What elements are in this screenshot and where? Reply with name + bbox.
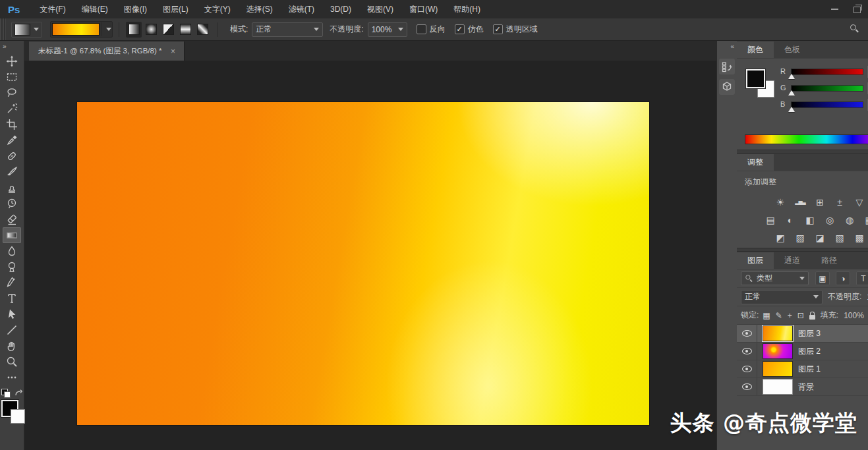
- layer-row-background[interactable]: 背景: [737, 378, 868, 396]
- eyedropper-tool[interactable]: [3, 132, 21, 148]
- exposure-icon[interactable]: ±: [834, 198, 845, 207]
- edit-toolbar-button[interactable]: [3, 370, 21, 385]
- menu-file[interactable]: 文件(F): [32, 0, 73, 18]
- gradient-sample[interactable]: [52, 23, 100, 36]
- filter-adjustment-layers-icon[interactable]: ◑: [836, 271, 850, 285]
- lock-image-pixels-icon[interactable]: ✎: [776, 311, 782, 320]
- channel-mixer-icon[interactable]: ◍: [844, 215, 855, 225]
- reverse-checkbox[interactable]: [417, 24, 426, 34]
- menu-select[interactable]: 选择(S): [239, 0, 281, 18]
- selective-color-icon[interactable]: ▩: [854, 233, 865, 242]
- canvas-gradient-image[interactable]: [77, 102, 649, 425]
- search-button[interactable]: [850, 24, 859, 35]
- move-tool[interactable]: [3, 53, 21, 69]
- brightness-contrast-icon[interactable]: ☀: [775, 198, 786, 207]
- hue-saturation-icon[interactable]: ▤: [765, 215, 776, 225]
- tab-layers[interactable]: 图层: [737, 252, 774, 269]
- color-spectrum-bar[interactable]: [745, 134, 868, 144]
- swap-colors-icon[interactable]: [14, 389, 23, 398]
- layer-row-2[interactable]: 图层 2: [737, 343, 868, 360]
- tool-preset-picker[interactable]: [11, 22, 42, 38]
- fill-value[interactable]: 100%: [844, 311, 864, 320]
- gradient-editor-button[interactable]: [50, 21, 113, 38]
- opacity-dropdown[interactable]: 100%: [368, 22, 407, 37]
- pen-tool[interactable]: [3, 275, 21, 291]
- default-colors-icon[interactable]: [1, 389, 11, 398]
- lock-artboard-icon[interactable]: ⊡: [797, 311, 804, 320]
- menu-layer[interactable]: 图层(L): [155, 0, 196, 18]
- gradient-picker-chevron[interactable]: [101, 22, 112, 36]
- layer-filter-dropdown[interactable]: 类型: [741, 271, 809, 285]
- gradient-tool[interactable]: [3, 227, 21, 243]
- pasteboard[interactable]: [24, 61, 716, 450]
- history-panel-button[interactable]: [719, 59, 735, 74]
- lasso-tool[interactable]: [3, 85, 21, 101]
- menu-view[interactable]: 视图(V): [359, 0, 401, 18]
- layer-name[interactable]: 图层 3: [798, 328, 821, 339]
- magic-wand-tool[interactable]: [3, 101, 21, 117]
- crop-tool[interactable]: [3, 117, 21, 132]
- gradient-type-reflected-button[interactable]: [177, 22, 193, 38]
- menu-3d[interactable]: 3D(D): [322, 0, 359, 18]
- menu-type[interactable]: 文字(Y): [196, 0, 239, 18]
- rectangular-marquee-tool[interactable]: [3, 69, 21, 85]
- zoom-tool[interactable]: [3, 354, 21, 370]
- tab-paths[interactable]: 路径: [811, 252, 848, 269]
- layer-thumbnail[interactable]: [763, 361, 793, 377]
- color-lookup-icon[interactable]: ▦: [864, 215, 868, 225]
- line-tool[interactable]: [3, 322, 21, 338]
- clone-stamp-tool[interactable]: [3, 180, 21, 196]
- menu-edit[interactable]: 编辑(E): [74, 0, 116, 18]
- hand-tool[interactable]: [3, 338, 21, 354]
- blend-mode-dropdown[interactable]: 正常: [252, 22, 323, 37]
- gradient-type-radial-button[interactable]: [143, 22, 159, 38]
- blue-slider-thumb[interactable]: [788, 107, 795, 112]
- dither-checkbox[interactable]: [455, 24, 465, 34]
- brush-tool[interactable]: [3, 164, 21, 180]
- layer-row-1[interactable]: 图层 1: [737, 360, 868, 378]
- transparency-checkbox[interactable]: [493, 24, 503, 34]
- spot-healing-brush-tool[interactable]: [3, 148, 21, 164]
- filter-type-layers-icon[interactable]: T: [856, 271, 868, 285]
- green-slider-thumb[interactable]: [788, 90, 795, 96]
- visibility-cell[interactable]: [737, 378, 757, 395]
- menu-help[interactable]: 帮助(H): [446, 0, 488, 18]
- visibility-cell[interactable]: [737, 325, 757, 342]
- levels-icon[interactable]: ▂▅▃: [795, 200, 805, 205]
- layer-name[interactable]: 背景: [798, 381, 814, 393]
- type-tool[interactable]: [3, 291, 21, 306]
- foreground-color-swatch[interactable]: [746, 69, 765, 88]
- background-color-swatch[interactable]: [11, 409, 25, 424]
- posterize-icon[interactable]: ▨: [795, 233, 805, 242]
- color-balance-icon[interactable]: ◐: [785, 215, 796, 225]
- layers-blend-mode-dropdown[interactable]: 正常: [741, 290, 823, 304]
- black-white-icon[interactable]: ◧: [805, 215, 815, 225]
- red-slider-track[interactable]: [791, 69, 863, 75]
- layer-thumbnail[interactable]: [763, 379, 793, 395]
- history-brush-tool[interactable]: [3, 196, 21, 211]
- threshold-icon[interactable]: ◪: [815, 233, 825, 242]
- layer-name[interactable]: 图层 1: [798, 364, 821, 375]
- lock-all-icon[interactable]: [809, 315, 815, 320]
- gradient-type-angle-button[interactable]: [160, 22, 176, 38]
- layer-name[interactable]: 图层 2: [798, 346, 821, 357]
- green-slider-track[interactable]: [791, 85, 863, 92]
- red-slider-thumb[interactable]: [788, 74, 795, 79]
- 3d-panel-button[interactable]: [719, 79, 735, 95]
- tab-color[interactable]: 颜色: [737, 42, 774, 58]
- toolbar-expand-chevron[interactable]: »: [0, 41, 9, 53]
- menu-window[interactable]: 窗口(W): [401, 0, 446, 18]
- foreground-background-swatches[interactable]: [1, 400, 22, 421]
- curves-icon[interactable]: ⊞: [815, 198, 825, 207]
- lock-transparent-pixels-icon[interactable]: ▦: [763, 311, 770, 320]
- collapse-panels-chevron[interactable]: «: [717, 41, 737, 54]
- gradient-type-linear-button[interactable]: [126, 22, 142, 38]
- panel-color-swatches[interactable]: [746, 69, 775, 98]
- path-selection-tool[interactable]: [3, 306, 21, 322]
- gradient-map-icon[interactable]: ▧: [834, 233, 845, 242]
- dodge-tool[interactable]: [3, 259, 21, 275]
- visibility-cell[interactable]: [737, 360, 757, 378]
- minimize-button[interactable]: [823, 0, 846, 18]
- blur-tool[interactable]: [3, 243, 21, 259]
- gradient-type-diamond-button[interactable]: [194, 22, 210, 38]
